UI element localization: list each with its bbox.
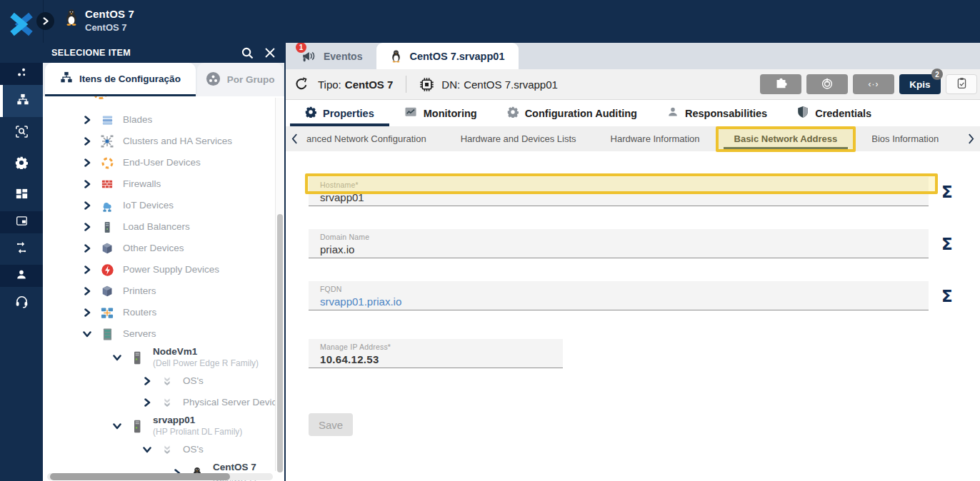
app-logo-icon[interactable] xyxy=(6,11,36,38)
server-tower-icon xyxy=(130,350,144,365)
field-row: Domain Name priax.io Σ xyxy=(309,229,980,258)
box3d-icon xyxy=(100,284,114,298)
server-tower-icon xyxy=(130,419,144,433)
chevron-right-icon[interactable] xyxy=(143,398,152,407)
tree-item-nodevm1[interactable]: NodeVm1(Dell Power Edge R Family) xyxy=(43,345,284,370)
chevron-down-icon[interactable] xyxy=(83,330,92,338)
chevron-right-icon[interactable] xyxy=(83,180,92,188)
share-dots-icon xyxy=(16,66,28,81)
tab-monitoring[interactable]: Monitoring xyxy=(389,100,492,126)
tree-item-load-balancers[interactable]: Load Balancers xyxy=(43,216,284,238)
clipboard-icon xyxy=(956,77,968,91)
topbar-title: CentOS 7 xyxy=(85,8,134,20)
gear-icon xyxy=(507,106,519,120)
chevron-right-icon[interactable] xyxy=(83,158,92,167)
subtab-hardware-and-devices-lists[interactable]: Hardware and Devices Lists xyxy=(444,126,594,151)
power-button[interactable] xyxy=(806,74,848,94)
tipo-value: CentOS 7 xyxy=(345,79,394,91)
end-user-icon xyxy=(100,156,114,170)
chevron-down-icon[interactable] xyxy=(113,422,122,430)
tab-responsabilities[interactable]: Responsabilities xyxy=(652,100,782,126)
chevron-right-icon[interactable] xyxy=(83,116,92,124)
section-tabs: PropertiesMonitoringConfiguration Auditi… xyxy=(286,100,980,126)
field-label: FQDN xyxy=(320,285,929,293)
tab-eventos[interactable]: 1 Eventos xyxy=(287,43,376,69)
tree-item-end-user-devices[interactable]: End-User Devices xyxy=(43,152,284,173)
penguin-icon xyxy=(391,49,401,63)
tab-configuration-auditing[interactable]: Configuration Auditing xyxy=(492,100,652,126)
tab-credentials[interactable]: Credentials xyxy=(782,100,886,126)
sidebar-item-scan-search[interactable] xyxy=(0,117,43,148)
panel-tab-por-grupo[interactable]: Por Grupo xyxy=(197,63,283,96)
chevron-right-icon[interactable] xyxy=(143,377,152,385)
chevron-right-icon[interactable] xyxy=(83,287,92,295)
collapse-panel-button[interactable] xyxy=(36,12,54,30)
refresh-icon[interactable] xyxy=(294,77,309,91)
tree-item-firewalls[interactable]: Firewalls xyxy=(43,173,284,195)
sidebar-item-frame[interactable] xyxy=(0,211,43,233)
sidebar-item-dashboard-grid[interactable] xyxy=(0,180,43,211)
field-value: priax.io xyxy=(320,243,929,255)
search-icon[interactable] xyxy=(241,47,254,59)
save-button[interactable]: Save xyxy=(309,413,353,436)
code-button[interactable]: ‹·› xyxy=(853,74,894,94)
chevron-right-icon[interactable] xyxy=(83,201,92,210)
tab-centos-7-srvapp01[interactable]: CentOS 7.srvapp01 xyxy=(376,43,519,69)
chevron-right-icon[interactable] xyxy=(83,308,92,317)
user-icon xyxy=(16,269,27,283)
scroll-tabs-right-button[interactable] xyxy=(962,133,980,144)
tree-item-power-supply-devices[interactable]: Power Supply Devices xyxy=(43,259,284,280)
main-area: 1 Eventos CentOS 7.srvapp01 Tipo: CentOS… xyxy=(286,43,980,481)
field-value[interactable]: srvapp01.priax.io xyxy=(320,295,929,308)
sigma-icon[interactable]: Σ xyxy=(941,287,953,305)
tree-item-other-devices[interactable]: Other Devices xyxy=(43,238,284,259)
subtab-bios-information[interactable]: Bios Information xyxy=(854,126,956,151)
close-icon[interactable] xyxy=(265,48,275,58)
tab-properties[interactable]: Properties xyxy=(290,100,389,126)
field-manage-ip-address[interactable]: Manage IP Address* 10.64.12.53 xyxy=(309,339,563,368)
chevron-right-icon[interactable] xyxy=(83,265,92,274)
panel-tab-itens-de-configura-o[interactable]: Itens de Configuração xyxy=(45,63,196,96)
chevron-right-icon[interactable] xyxy=(83,244,92,253)
tree-item-clusters-and-ha-services[interactable]: Clusters and HA Services xyxy=(43,131,284,152)
subtab-anced-network-configuration[interactable]: anced Network Configuration xyxy=(304,126,444,151)
field-fqdn[interactable]: FQDN srvapp01.priax.io xyxy=(309,281,929,310)
chevron-right-icon[interactable] xyxy=(83,137,92,146)
os-arrow-icon xyxy=(160,374,174,388)
sidebar-item-sync-arrows[interactable] xyxy=(0,233,43,265)
sidebar-item-user[interactable] xyxy=(0,265,43,287)
sidebar-item-hierarchy[interactable] xyxy=(0,85,43,117)
subtab-hardware-information[interactable]: Hardware Information xyxy=(594,126,717,151)
sidebar-item-gear[interactable] xyxy=(0,148,43,180)
tree-item-os-s[interactable]: OS's xyxy=(43,370,284,392)
sidebar-item-share-dots[interactable] xyxy=(0,63,43,85)
tree-item-iot-devices[interactable]: IoT Devices xyxy=(43,195,284,216)
puzzle-button[interactable] xyxy=(760,74,801,94)
sigma-icon[interactable]: Σ xyxy=(941,183,953,201)
sigma-icon[interactable]: Σ xyxy=(941,235,953,253)
chevron-right-icon[interactable] xyxy=(83,223,92,231)
scroll-tabs-left-button[interactable] xyxy=(286,133,304,144)
tree-item-physical-server-devices[interactable]: Physical Server Devices xyxy=(43,392,284,413)
kpis-button[interactable]: Kpis2 xyxy=(899,74,941,94)
horizontal-scrollbar[interactable] xyxy=(50,473,230,480)
chevron-down-icon[interactable] xyxy=(113,353,122,362)
sidebar-item-headset[interactable] xyxy=(0,287,43,318)
tree-item-routers[interactable]: Routers xyxy=(43,302,284,323)
cluster-icon xyxy=(100,134,114,148)
subtab-basic-network-address[interactable]: Basic Network Address xyxy=(717,126,855,151)
field-domain-name[interactable]: Domain Name priax.io xyxy=(309,229,929,258)
clipboard-button[interactable] xyxy=(946,74,977,94)
gear-icon xyxy=(305,106,316,120)
tree-item-servers[interactable]: Servers xyxy=(43,323,284,345)
panel-header: SELECIONE ITEM xyxy=(43,43,284,63)
field-hostname[interactable]: Hostname* srvapp01 xyxy=(309,177,929,206)
event-count-badge: 1 xyxy=(296,42,306,53)
penguin-icon xyxy=(64,8,79,29)
chevron-down-icon[interactable] xyxy=(143,445,152,454)
tree-item-printers[interactable]: Printers xyxy=(43,280,284,302)
tree-item-blades[interactable]: Blades xyxy=(43,109,284,131)
vertical-scrollbar[interactable] xyxy=(277,214,283,472)
tree-item-srvapp01[interactable]: srvapp01(HP Proliant DL Family) xyxy=(43,413,284,439)
tree-item-os-s[interactable]: OS's xyxy=(43,439,284,460)
